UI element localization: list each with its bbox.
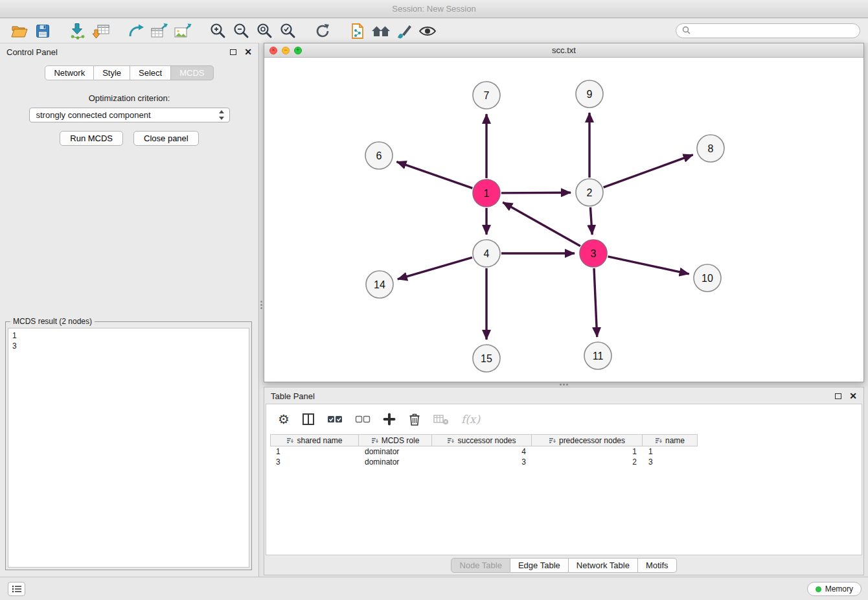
delete-table-icon[interactable] <box>433 413 449 426</box>
memory-button[interactable]: Memory <box>807 582 862 596</box>
table-row[interactable]: 1dominator411 <box>270 446 862 457</box>
node-14[interactable]: 14 <box>366 271 393 298</box>
column-header-mcds-role[interactable]: MCDS role <box>359 434 432 446</box>
search-box[interactable] <box>676 23 860 38</box>
node-table-rows: 1dominator4113dominator323 <box>270 446 862 467</box>
network-canvas[interactable]: 7968124310141511 <box>264 58 863 382</box>
node-4[interactable]: 4 <box>473 240 500 267</box>
table-row[interactable]: 3dominator323 <box>270 457 862 467</box>
select-all-icon[interactable] <box>327 413 343 425</box>
horizontal-splitter[interactable] <box>264 382 864 387</box>
home-layout-icon[interactable] <box>369 21 393 41</box>
close-panel-icon[interactable]: ✕ <box>244 47 252 56</box>
show-columns-icon[interactable] <box>302 413 315 426</box>
table-tab-motifs[interactable]: Motifs <box>638 558 677 573</box>
delete-columns-icon[interactable] <box>408 412 421 426</box>
svg-text:10: 10 <box>702 273 713 284</box>
edge-4-14[interactable] <box>398 257 472 279</box>
node-1[interactable]: 1 <box>473 179 500 207</box>
node-11[interactable]: 11 <box>584 342 611 369</box>
node-9[interactable]: 9 <box>576 80 603 108</box>
task-history-button[interactable] <box>8 582 25 596</box>
table-panel-title: Table Panel <box>271 391 315 401</box>
svg-text:6: 6 <box>376 150 382 161</box>
memory-button-label: Memory <box>825 584 853 594</box>
svg-text:15: 15 <box>481 353 492 364</box>
table-tab-node-table[interactable]: Node Table <box>451 558 510 573</box>
zoom-window-icon[interactable]: + <box>294 47 302 54</box>
table-cell: 3 <box>432 457 532 467</box>
network-graph[interactable]: 7968124310141511 <box>264 58 863 382</box>
close-window-icon[interactable]: × <box>269 47 277 54</box>
edge-3-1[interactable] <box>503 202 580 246</box>
deselect-all-icon[interactable] <box>355 413 371 425</box>
tab-network[interactable]: Network <box>45 65 94 80</box>
table-tab-edge-table[interactable]: Edge Table <box>510 558 569 573</box>
export-network-icon[interactable] <box>124 21 148 41</box>
edge-3-10[interactable] <box>608 257 689 274</box>
network-window-titlebar[interactable]: scc.txt × − + <box>264 43 863 58</box>
node-8[interactable]: 8 <box>697 135 724 162</box>
mcds-result-item[interactable]: 3 <box>12 341 245 351</box>
close-panel-button[interactable]: Close panel <box>133 131 199 146</box>
mcds-result-item[interactable]: 1 <box>12 330 245 341</box>
column-header-predecessor-nodes[interactable]: predecessor nodes <box>532 434 643 446</box>
search-input[interactable] <box>694 27 854 36</box>
minimize-window-icon[interactable]: − <box>282 47 290 54</box>
open-session-icon[interactable] <box>8 21 31 41</box>
save-session-icon[interactable] <box>31 21 54 41</box>
zoom-selected-icon[interactable] <box>276 21 299 41</box>
zoom-fit-icon[interactable] <box>253 21 276 41</box>
node-7[interactable]: 7 <box>473 82 500 109</box>
edge-2-3[interactable] <box>590 207 592 235</box>
close-table-panel-icon[interactable]: ✕ <box>849 391 857 400</box>
criterion-dropdown[interactable]: strongly connected component <box>29 108 230 122</box>
main-toolbar <box>0 19 868 43</box>
column-header-name[interactable]: name <box>643 434 698 446</box>
first-neighbors-icon[interactable] <box>346 21 369 41</box>
tab-mcds[interactable]: MCDS <box>171 65 213 80</box>
search-icon <box>682 25 691 37</box>
apply-style-icon[interactable] <box>393 21 416 41</box>
svg-text:3: 3 <box>591 248 597 259</box>
table-tab-network-table[interactable]: Network Table <box>569 558 638 573</box>
column-header-successor-nodes[interactable]: successor nodes <box>432 434 532 446</box>
refresh-view-icon[interactable] <box>311 21 334 41</box>
node-15[interactable]: 15 <box>473 345 500 372</box>
zoom-out-icon[interactable] <box>229 21 253 41</box>
edge-1-6[interactable] <box>396 162 472 189</box>
node-10[interactable]: 10 <box>694 264 721 292</box>
export-table-icon[interactable] <box>148 21 171 41</box>
add-column-icon[interactable] <box>383 413 396 426</box>
column-header-shared-name[interactable]: shared name <box>270 434 359 446</box>
node-6[interactable]: 6 <box>365 142 393 169</box>
dropdown-arrows-icon <box>218 110 226 121</box>
table-panel-body: ⚙ <box>266 404 862 555</box>
window-titlebar[interactable]: Session: New Session <box>0 0 868 18</box>
svg-text:14: 14 <box>374 279 385 290</box>
run-mcds-button[interactable]: Run MCDS <box>60 131 123 146</box>
function-builder-icon[interactable]: f(x) <box>461 413 480 426</box>
table-cell: 2 <box>532 457 643 467</box>
table-cell: 1 <box>643 446 698 457</box>
edge-3-11[interactable] <box>594 268 597 337</box>
table-mode-gear-icon[interactable]: ⚙ <box>278 411 290 427</box>
import-network-icon[interactable] <box>66 21 89 41</box>
tab-select[interactable]: Select <box>130 65 171 80</box>
table-cell: 4 <box>432 446 532 457</box>
mcds-result-group: MCDS result (2 nodes) 13 <box>5 317 252 570</box>
node-2[interactable]: 2 <box>576 179 603 206</box>
edge-1-2[interactable] <box>501 192 571 193</box>
zoom-in-icon[interactable] <box>206 21 229 41</box>
edge-2-8[interactable] <box>604 155 693 187</box>
float-table-panel-icon[interactable] <box>835 393 841 399</box>
float-panel-icon[interactable] <box>230 49 236 55</box>
mcds-result-list[interactable]: 13 <box>8 328 249 568</box>
import-table-icon[interactable] <box>89 21 113 41</box>
node-3[interactable]: 3 <box>580 240 607 267</box>
tab-style[interactable]: Style <box>94 65 130 80</box>
show-hide-panel-icon[interactable] <box>416 21 439 41</box>
export-image-icon[interactable] <box>171 21 194 41</box>
table-cell: dominator <box>359 446 432 457</box>
column-header-label: successor nodes <box>457 436 516 445</box>
